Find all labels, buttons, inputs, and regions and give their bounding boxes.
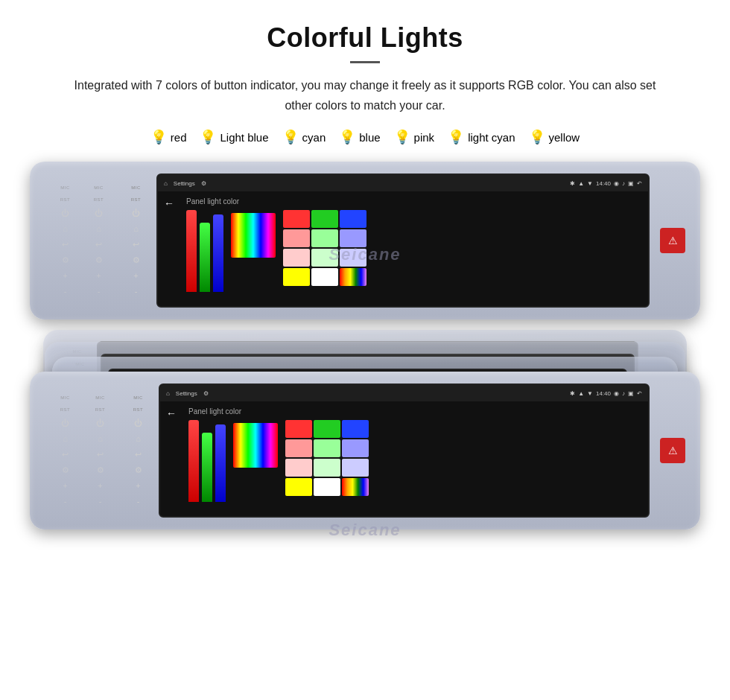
lightcyan-bulb-icon: 💡 xyxy=(448,129,464,145)
vol-dn-icon-3: - xyxy=(135,287,138,296)
back-status-icon: ↶ xyxy=(637,180,642,187)
bar-blue xyxy=(213,214,223,293)
front-voldn-3: - xyxy=(137,497,140,506)
rainbow-picker-bottom[interactable] xyxy=(233,423,278,468)
swatch-b-pred[interactable] xyxy=(285,459,312,477)
swatch-white[interactable] xyxy=(311,268,338,286)
warning-button-top[interactable]: ⚠ xyxy=(660,228,685,253)
sb-bottom-left: ⌂ Settings ⚙ xyxy=(166,390,209,397)
swatch-b-pgreen[interactable] xyxy=(314,459,340,477)
back-icon-sb: ↶ xyxy=(637,390,642,397)
front-set-1: ⚙ xyxy=(62,466,69,474)
color-label-lightcyan: light cyan xyxy=(468,131,515,144)
front-mic-1: MIC xyxy=(60,395,70,400)
time-sb: 14:40 xyxy=(596,390,611,397)
car-radio-bottom: MIC RST ⏻ ⌂ ↩ ⚙ + - MIC RST ⏻ ⌂ ↩ xyxy=(30,372,700,529)
color-item-lightblue: 💡 Light blue xyxy=(200,129,268,145)
front-side-2: MIC RST ⏻ ⌂ ↩ ⚙ + - xyxy=(80,389,121,512)
home-icon-1: ⌂ xyxy=(63,225,68,233)
side-buttons-left-2: MIC RST ⏻ ⌂ ↩ ⚙ + - xyxy=(78,179,119,302)
color-label-pink: pink xyxy=(414,131,435,144)
front-mic-3: MIC xyxy=(133,395,143,400)
yellow-bulb-icon: 💡 xyxy=(529,129,545,145)
home-icon-3: ⌂ xyxy=(133,225,139,233)
rainbow-picker[interactable] xyxy=(231,213,276,258)
sig-icon-sb: ▼ xyxy=(587,390,593,397)
screen-main-top: ← Panel light color xyxy=(158,191,648,306)
swatch-red[interactable] xyxy=(283,210,310,228)
swatch-light-blue[interactable] xyxy=(340,229,366,247)
swatch-b-blue[interactable] xyxy=(342,420,369,438)
swatch-green[interactable] xyxy=(311,210,338,228)
color-item-red: 💡 red xyxy=(150,129,187,145)
color-indicators-row: 💡 red 💡 Light blue 💡 cyan 💡 blue 💡 pink … xyxy=(30,129,700,145)
swatch-pale-blue[interactable] xyxy=(340,249,366,267)
swatch-light-red[interactable] xyxy=(283,229,310,247)
camera-icon: ◉ xyxy=(614,180,619,187)
back-icon-1: ↩ xyxy=(62,241,69,249)
wifi-icon: ▲ xyxy=(578,180,584,187)
swatch-b-lblue[interactable] xyxy=(342,439,369,457)
status-bar-left: ⌂ Settings ⚙ xyxy=(164,180,206,187)
swatch-b-pblue[interactable] xyxy=(342,459,369,477)
color-label-lightblue: Light blue xyxy=(220,131,268,144)
swatch-b-yellow[interactable] xyxy=(285,478,312,496)
swatch-rainbow[interactable] xyxy=(340,268,366,286)
vol-dn-icon-2: - xyxy=(98,287,101,296)
bar-green xyxy=(200,223,210,293)
cam-icon-sb: ◉ xyxy=(614,390,619,397)
swatch-b-lgreen[interactable] xyxy=(314,439,340,457)
panel-color-area: Panel light color xyxy=(186,197,642,300)
rst-label-3: RST xyxy=(131,197,142,202)
back-arrow-btn[interactable]: ← xyxy=(164,197,174,300)
front-rst-1: RST xyxy=(60,407,71,412)
swatch-b-green[interactable] xyxy=(314,420,340,438)
settings-icon-3: ⚙ xyxy=(133,256,140,264)
swatch-pale-green[interactable] xyxy=(311,249,338,267)
main-screen-top: ⌂ Settings ⚙ ✱ ▲ ▼ 14:40 ◉ ♪ ▣ ↶ xyxy=(156,174,650,308)
color-item-yellow: 💡 yellow xyxy=(529,129,580,145)
vol-icon-1: + xyxy=(63,272,67,280)
header-section: Colorful Lights Integrated with 7 colors… xyxy=(30,22,700,115)
title-divider xyxy=(350,61,380,63)
main-screen-bottom: ⌂ Settings ⚙ ✱ ▲ ▼ 14:40 ◉ ♪ xyxy=(159,384,650,518)
front-back-2: ↩ xyxy=(97,451,104,459)
blue-bulb-icon: 💡 xyxy=(339,129,355,145)
warning-button-bottom[interactable]: ⚠ xyxy=(660,438,685,463)
wifi-icon-sb: ▲ xyxy=(578,390,584,397)
swatch-b-rainbow[interactable] xyxy=(342,478,369,496)
cyan-bulb-icon: 💡 xyxy=(282,129,299,145)
main-title: Colorful Lights xyxy=(30,22,700,54)
vol-dn-icon-1: - xyxy=(64,287,67,296)
mic-label-1: MIC xyxy=(60,185,70,190)
swatch-light-green[interactable] xyxy=(311,229,338,247)
settings-status-label: Settings xyxy=(174,180,195,187)
back-arrow-btn-bottom[interactable]: ← xyxy=(166,407,177,510)
settings-label-sb: Settings xyxy=(176,390,197,397)
mic-label-3: MIC xyxy=(131,185,141,190)
front-set-3: ⚙ xyxy=(135,466,142,474)
swatch-b-white[interactable] xyxy=(314,478,340,496)
mic-label-2: MIC xyxy=(94,185,104,190)
swatch-b-lred[interactable] xyxy=(285,439,312,457)
status-bar-top: ⌂ Settings ⚙ ✱ ▲ ▼ 14:40 ◉ ♪ ▣ ↶ xyxy=(158,175,648,191)
home-icon-2: ⌂ xyxy=(96,225,101,233)
front-power-2: ⏻ xyxy=(96,419,104,427)
settings-icon-1: ⚙ xyxy=(62,256,69,264)
color-bars-group xyxy=(186,210,223,292)
front-mic-2: MIC xyxy=(95,395,105,400)
vol-icon-sb: ♪ xyxy=(622,390,625,397)
right-panel-bottom: ⚠ xyxy=(650,438,685,463)
color-swatches-bottom xyxy=(285,420,369,496)
device-image-bottom: MIC RST ⏻ ⌂ ↩ ⚙ + - ■ ⚠ xyxy=(30,327,700,558)
swatch-pale-red[interactable] xyxy=(283,249,310,267)
panel-label-bottom: Panel light color xyxy=(188,407,642,416)
panel-color-area-bottom: Panel light color xyxy=(188,407,642,510)
swatch-yellow[interactable] xyxy=(283,268,310,286)
home-status-icon: ⌂ xyxy=(164,180,168,187)
swatch-b-red[interactable] xyxy=(285,420,312,438)
color-label-yellow: yellow xyxy=(549,131,580,144)
time-display: 14:40 xyxy=(596,180,611,187)
swatch-blue[interactable] xyxy=(340,210,366,228)
bar-red xyxy=(186,210,197,292)
